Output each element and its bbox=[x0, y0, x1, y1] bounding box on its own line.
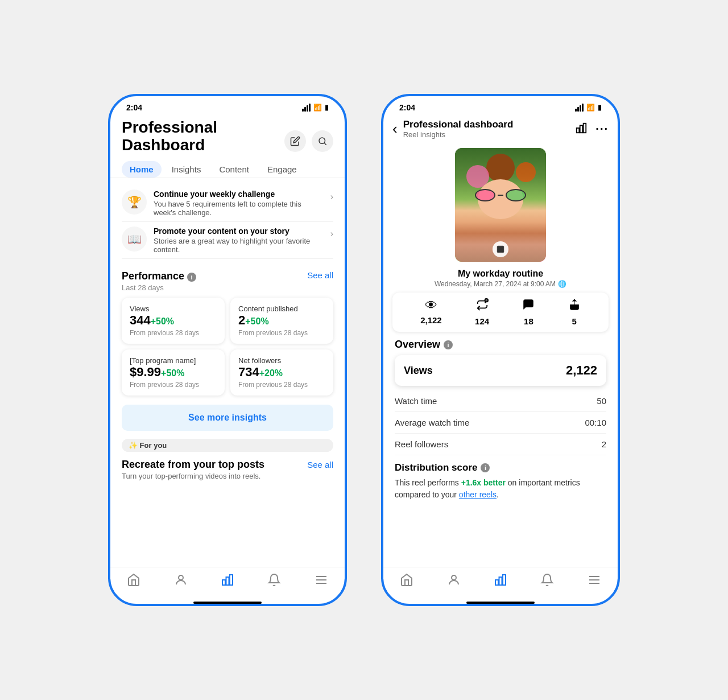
views-count: 2,122 bbox=[566, 363, 597, 378]
loop-icon bbox=[476, 298, 489, 314]
stat-comments: 18 bbox=[522, 298, 535, 326]
nav-profile-2[interactable] bbox=[447, 573, 461, 587]
bottom-nav-1 bbox=[110, 567, 345, 598]
tab-content[interactable]: Content bbox=[211, 161, 257, 178]
performance-title: Performance i bbox=[122, 270, 196, 282]
avgwatch-value: 00:10 bbox=[585, 418, 606, 427]
distribution-other-reels[interactable]: other reels bbox=[459, 490, 497, 499]
challenge-item-2[interactable]: 📖 Promote your content on your story Sto… bbox=[122, 222, 333, 259]
metric-program: [Top program name] $9.99+50% From previo… bbox=[122, 349, 225, 396]
nav-home-1[interactable] bbox=[127, 573, 140, 587]
svg-rect-11 bbox=[584, 123, 586, 133]
share-icon bbox=[568, 298, 581, 314]
overview-title: Overview i bbox=[395, 339, 606, 351]
challenge-text-2: Promote your content on your story Stori… bbox=[154, 227, 324, 254]
recreate-desc: Turn your top-performing videos into ree… bbox=[110, 472, 345, 485]
tab-engage[interactable]: Engage bbox=[259, 161, 305, 178]
views-highlight-card: Views 2,122 bbox=[395, 355, 606, 386]
book-icon: 📖 bbox=[122, 227, 147, 252]
time-1: 2:04 bbox=[126, 103, 142, 112]
edit-button[interactable] bbox=[284, 130, 306, 152]
for-you-tag: ✨ For you bbox=[122, 439, 333, 452]
phone1-frame: 2:04 📶 ▮ Professional Dashboard bbox=[108, 94, 347, 606]
challenge-items: 🏆 Continue your weekly challenge You hav… bbox=[110, 178, 345, 266]
phone2-header-text: Professional dashboard Reel insights bbox=[403, 119, 570, 139]
performance-period: Last 28 days bbox=[122, 283, 196, 292]
stat-views-value: 2,122 bbox=[420, 315, 442, 325]
nav-tabs-1: Home Insights Content Engage bbox=[110, 154, 345, 178]
watchtime-label: Watch time bbox=[395, 396, 437, 406]
info-icon-dist: i bbox=[481, 463, 490, 472]
nav-notifications-2[interactable] bbox=[540, 573, 554, 587]
phone2-header: ‹ Professional dashboard Reel insights ·… bbox=[383, 114, 618, 143]
svg-rect-4 bbox=[226, 577, 229, 585]
reel-thumbnail bbox=[455, 148, 546, 262]
challenge-item-1[interactable]: 🏆 Continue your weekly challenge You hav… bbox=[122, 185, 333, 222]
nav-home-2[interactable] bbox=[400, 573, 413, 587]
comment-icon bbox=[522, 298, 535, 314]
svg-rect-25 bbox=[503, 575, 506, 585]
metric-followers-period: From previous 28 days bbox=[238, 381, 325, 389]
metric-views-label: Views bbox=[130, 304, 217, 313]
nav-notifications-1[interactable] bbox=[267, 573, 281, 587]
bottom-nav-2 bbox=[383, 567, 618, 598]
status-icons-1: 📶 ▮ bbox=[302, 104, 329, 112]
more-icon-2[interactable]: ··· bbox=[595, 122, 609, 135]
status-icons-2: 📶 ▮ bbox=[575, 104, 602, 112]
recreate-see-all[interactable]: See all bbox=[307, 460, 333, 470]
phone2-frame: 2:04 📶 ▮ ‹ Professional dashboard Reel i… bbox=[381, 94, 620, 606]
tab-home[interactable]: Home bbox=[122, 161, 162, 178]
see-more-insights-button[interactable]: See more insights bbox=[122, 405, 333, 431]
battery-icon-1: ▮ bbox=[325, 104, 329, 112]
stat-shares-value: 5 bbox=[572, 316, 577, 326]
search-button[interactable] bbox=[312, 130, 333, 152]
svg-point-20 bbox=[485, 299, 488, 302]
metric-program-label: [Top program name] bbox=[130, 356, 217, 365]
reel-title: My workday routine bbox=[395, 269, 606, 279]
phone2-title: Professional dashboard bbox=[403, 119, 570, 130]
header-icons-1 bbox=[284, 130, 333, 152]
chart-icon-2[interactable] bbox=[575, 122, 588, 137]
chevron-right-icon-1: › bbox=[330, 192, 333, 202]
nav-menu-2[interactable] bbox=[588, 573, 601, 587]
distribution-text: This reel performs +1.6x better on impor… bbox=[395, 477, 606, 501]
distribution-highlight: +1.6x better bbox=[461, 478, 506, 487]
phone2-subtitle: Reel insights bbox=[403, 130, 570, 139]
nav-menu-1[interactable] bbox=[315, 573, 328, 587]
performance-see-all[interactable]: See all bbox=[307, 270, 333, 280]
wifi-icon-1: 📶 bbox=[313, 104, 322, 112]
svg-rect-5 bbox=[230, 575, 233, 585]
info-icon-overview: i bbox=[444, 340, 453, 349]
nav-dashboard-1[interactable] bbox=[221, 573, 234, 587]
svg-rect-24 bbox=[499, 577, 502, 585]
battery-icon-2: ▮ bbox=[598, 104, 602, 112]
signal-icon-1 bbox=[302, 104, 311, 112]
back-button[interactable]: ‹ bbox=[392, 120, 398, 138]
metric-views-period: From previous 28 days bbox=[130, 329, 217, 337]
avgwatch-label: Average watch time bbox=[395, 418, 469, 427]
chevron-right-icon-2: › bbox=[330, 229, 333, 239]
watchtime-value: 50 bbox=[597, 396, 606, 406]
time-2: 2:04 bbox=[399, 103, 415, 112]
svg-rect-9 bbox=[577, 128, 580, 133]
views-label: Views bbox=[404, 365, 433, 377]
trophy-icon: 🏆 bbox=[122, 190, 147, 215]
metrics-grid: Views 344+50% From previous 28 days Cont… bbox=[110, 292, 345, 401]
wifi-icon-2: 📶 bbox=[586, 104, 595, 112]
metric-content-value: 2+50% bbox=[238, 313, 325, 328]
metric-content-period: From previous 28 days bbox=[238, 329, 325, 337]
metric-program-value: $9.99+50% bbox=[130, 365, 217, 380]
tab-insights[interactable]: Insights bbox=[164, 161, 209, 178]
globe-icon: 🌐 bbox=[558, 280, 566, 288]
nav-dashboard-2[interactable] bbox=[494, 573, 507, 587]
svg-rect-3 bbox=[222, 580, 225, 585]
nav-profile-1[interactable] bbox=[174, 573, 188, 587]
metric-followers-value: 734+20% bbox=[238, 365, 325, 380]
svg-point-0 bbox=[319, 138, 325, 144]
overview-row-avgwatch: Average watch time 00:10 bbox=[395, 412, 606, 434]
distribution-section: Distribution score i This reel performs … bbox=[383, 455, 618, 508]
phone2-header-icons: ··· bbox=[575, 122, 609, 137]
reel-date: Wednesday, March 27, 2024 at 9:00 AM 🌐 bbox=[395, 280, 606, 288]
challenge-text-1: Continue your weekly challenge You have … bbox=[154, 190, 324, 217]
status-bar-1: 2:04 📶 ▮ bbox=[110, 96, 345, 114]
